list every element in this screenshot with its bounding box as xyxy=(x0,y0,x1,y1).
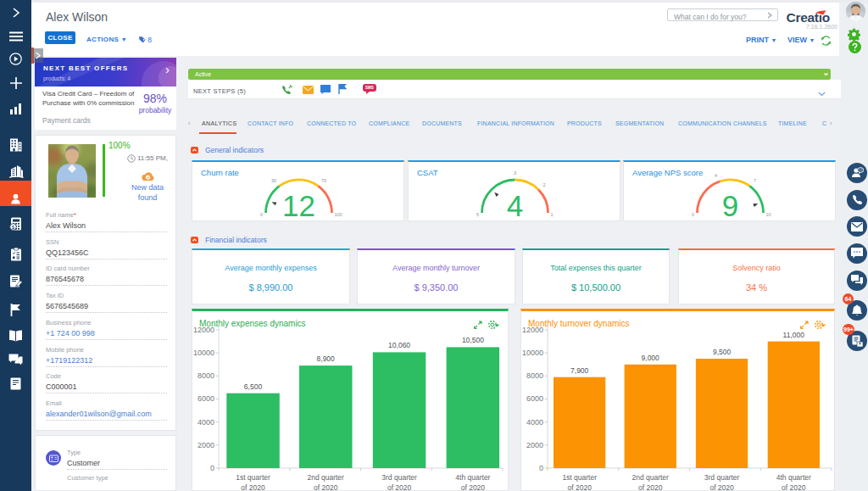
svg-text:1st quarter: 1st quarter xyxy=(236,473,270,482)
svg-text:70: 70 xyxy=(321,178,326,183)
svg-text:12000: 12000 xyxy=(522,326,543,334)
svg-text:4th quarter: 4th quarter xyxy=(455,473,490,482)
svg-text:100: 100 xyxy=(335,212,342,217)
svg-text:10: 10 xyxy=(766,212,771,217)
svg-text:9,000: 9,000 xyxy=(642,354,660,362)
svg-text:of 2020: of 2020 xyxy=(568,483,593,491)
svg-text:3: 3 xyxy=(514,170,516,176)
svg-text:of 2020: of 2020 xyxy=(387,483,412,491)
svg-text:4th quarter: 4th quarter xyxy=(776,473,811,482)
svg-text:4: 4 xyxy=(507,189,523,221)
svg-text:0: 0 xyxy=(692,212,694,217)
svg-text:4000: 4000 xyxy=(198,418,214,427)
svg-text:0: 0 xyxy=(539,464,543,472)
svg-text:3rd quarter: 3rd quarter xyxy=(381,473,417,482)
svg-text:3rd quarter: 3rd quarter xyxy=(704,473,740,482)
svg-text:0: 0 xyxy=(260,212,263,217)
svg-text:9: 9 xyxy=(722,189,738,221)
svg-text:2000: 2000 xyxy=(198,441,214,449)
svg-text:6000: 6000 xyxy=(198,394,214,403)
svg-text:10000: 10000 xyxy=(522,349,543,357)
svg-text:1: 1 xyxy=(551,212,554,217)
svg-text:11,000: 11,000 xyxy=(783,331,805,339)
svg-text:8,900: 8,900 xyxy=(317,354,336,363)
svg-text:12000: 12000 xyxy=(193,326,214,334)
svg-text:of 2020: of 2020 xyxy=(461,483,486,491)
svg-text:6,500: 6,500 xyxy=(244,382,263,391)
svg-text:12: 12 xyxy=(282,189,315,221)
svg-text:SMS: SMS xyxy=(365,86,374,90)
svg-text:8000: 8000 xyxy=(198,371,214,380)
svg-text:2nd quarter: 2nd quarter xyxy=(307,473,344,482)
svg-text:1st quarter: 1st quarter xyxy=(562,473,597,482)
svg-text:6000: 6000 xyxy=(526,394,543,403)
svg-text:7,900: 7,900 xyxy=(570,366,589,375)
svg-text:7: 7 xyxy=(754,178,756,183)
svg-text:2: 2 xyxy=(543,182,546,187)
svg-text:5: 5 xyxy=(476,212,479,217)
svg-text:0: 0 xyxy=(210,464,214,472)
svg-text:4: 4 xyxy=(715,173,717,178)
svg-text:2000: 2000 xyxy=(526,441,543,449)
svg-text:of 2020: of 2020 xyxy=(314,483,338,491)
svg-text:10000: 10000 xyxy=(193,349,214,357)
svg-text:8000: 8000 xyxy=(526,371,543,380)
svg-text:4000: 4000 xyxy=(526,418,543,427)
svg-text:2nd quarter: 2nd quarter xyxy=(632,473,669,482)
svg-text:30: 30 xyxy=(271,178,276,183)
svg-text:of 2020: of 2020 xyxy=(638,483,663,491)
svg-text:10,500: 10,500 xyxy=(462,336,484,344)
svg-text:of 2020: of 2020 xyxy=(782,483,806,491)
svg-text:of 2020: of 2020 xyxy=(241,483,265,491)
svg-text:10,060: 10,060 xyxy=(388,341,410,349)
svg-text:9,500: 9,500 xyxy=(713,348,732,356)
svg-text:of 2020: of 2020 xyxy=(709,483,734,491)
